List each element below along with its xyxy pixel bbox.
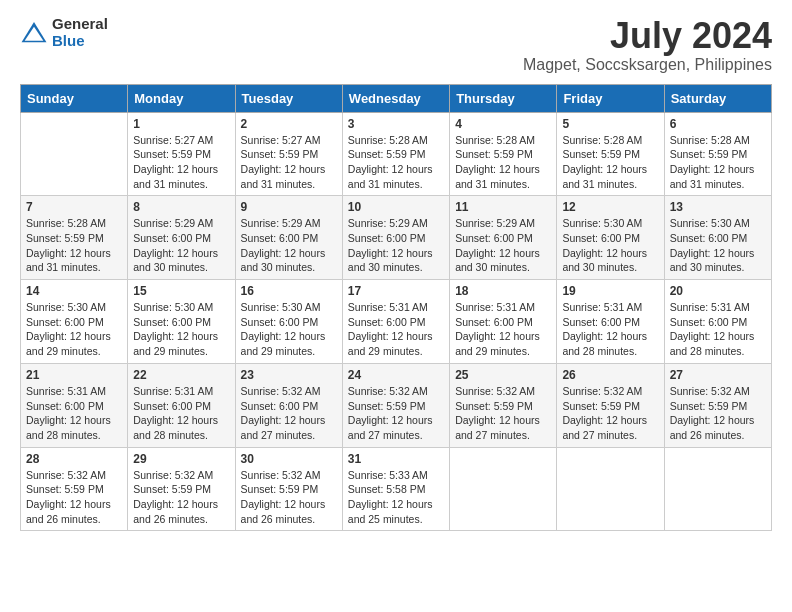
day-info: Sunrise: 5:31 AMSunset: 6:00 PMDaylight:… — [348, 300, 444, 359]
sunrise-text: Sunrise: 5:29 AM — [133, 216, 229, 231]
sunset-text: Sunset: 5:59 PM — [562, 147, 658, 162]
sunset-text: Sunset: 6:00 PM — [348, 231, 444, 246]
weekday-header-saturday: Saturday — [664, 84, 771, 112]
sunset-text: Sunset: 5:59 PM — [26, 482, 122, 497]
daylight-text: Daylight: 12 hours and 28 minutes. — [670, 329, 766, 358]
day-cell: 20Sunrise: 5:31 AMSunset: 6:00 PMDayligh… — [664, 280, 771, 364]
day-info: Sunrise: 5:32 AMSunset: 5:59 PMDaylight:… — [562, 384, 658, 443]
sunset-text: Sunset: 6:00 PM — [241, 399, 337, 414]
day-info: Sunrise: 5:32 AMSunset: 5:59 PMDaylight:… — [133, 468, 229, 527]
day-number: 17 — [348, 284, 444, 298]
day-cell — [557, 447, 664, 531]
day-number: 18 — [455, 284, 551, 298]
sunrise-text: Sunrise: 5:29 AM — [241, 216, 337, 231]
sunrise-text: Sunrise: 5:31 AM — [26, 384, 122, 399]
day-info: Sunrise: 5:29 AMSunset: 6:00 PMDaylight:… — [348, 216, 444, 275]
day-number: 10 — [348, 200, 444, 214]
daylight-text: Daylight: 12 hours and 31 minutes. — [348, 162, 444, 191]
sunset-text: Sunset: 6:00 PM — [455, 231, 551, 246]
day-number: 14 — [26, 284, 122, 298]
daylight-text: Daylight: 12 hours and 30 minutes. — [670, 246, 766, 275]
daylight-text: Daylight: 12 hours and 30 minutes. — [348, 246, 444, 275]
sunset-text: Sunset: 5:59 PM — [133, 147, 229, 162]
day-number: 11 — [455, 200, 551, 214]
day-cell: 12Sunrise: 5:30 AMSunset: 6:00 PMDayligh… — [557, 196, 664, 280]
day-cell: 29Sunrise: 5:32 AMSunset: 5:59 PMDayligh… — [128, 447, 235, 531]
day-cell — [664, 447, 771, 531]
day-number: 5 — [562, 117, 658, 131]
weekday-header-tuesday: Tuesday — [235, 84, 342, 112]
day-number: 31 — [348, 452, 444, 466]
daylight-text: Daylight: 12 hours and 31 minutes. — [133, 162, 229, 191]
week-row-2: 14Sunrise: 5:30 AMSunset: 6:00 PMDayligh… — [21, 280, 772, 364]
weekday-header-wednesday: Wednesday — [342, 84, 449, 112]
logo: General Blue — [20, 16, 108, 49]
day-info: Sunrise: 5:32 AMSunset: 5:59 PMDaylight:… — [670, 384, 766, 443]
weekday-header-sunday: Sunday — [21, 84, 128, 112]
day-number: 20 — [670, 284, 766, 298]
sunrise-text: Sunrise: 5:31 AM — [348, 300, 444, 315]
day-info: Sunrise: 5:32 AMSunset: 5:59 PMDaylight:… — [455, 384, 551, 443]
day-info: Sunrise: 5:30 AMSunset: 6:00 PMDaylight:… — [562, 216, 658, 275]
sunrise-text: Sunrise: 5:29 AM — [348, 216, 444, 231]
day-cell: 9Sunrise: 5:29 AMSunset: 6:00 PMDaylight… — [235, 196, 342, 280]
daylight-text: Daylight: 12 hours and 27 minutes. — [455, 413, 551, 442]
title-area: July 2024 Magpet, Soccsksargen, Philippi… — [523, 16, 772, 74]
day-info: Sunrise: 5:30 AMSunset: 6:00 PMDaylight:… — [670, 216, 766, 275]
day-info: Sunrise: 5:31 AMSunset: 6:00 PMDaylight:… — [670, 300, 766, 359]
logo-blue: Blue — [52, 33, 108, 50]
day-cell: 4Sunrise: 5:28 AMSunset: 5:59 PMDaylight… — [450, 112, 557, 196]
sunset-text: Sunset: 6:00 PM — [133, 315, 229, 330]
day-cell: 31Sunrise: 5:33 AMSunset: 5:58 PMDayligh… — [342, 447, 449, 531]
daylight-text: Daylight: 12 hours and 31 minutes. — [26, 246, 122, 275]
sunset-text: Sunset: 5:59 PM — [348, 399, 444, 414]
day-number: 27 — [670, 368, 766, 382]
day-number: 3 — [348, 117, 444, 131]
day-number: 15 — [133, 284, 229, 298]
day-cell: 11Sunrise: 5:29 AMSunset: 6:00 PMDayligh… — [450, 196, 557, 280]
day-info: Sunrise: 5:32 AMSunset: 5:59 PMDaylight:… — [348, 384, 444, 443]
daylight-text: Daylight: 12 hours and 31 minutes. — [241, 162, 337, 191]
day-cell: 18Sunrise: 5:31 AMSunset: 6:00 PMDayligh… — [450, 280, 557, 364]
sunset-text: Sunset: 5:59 PM — [26, 231, 122, 246]
sunset-text: Sunset: 6:00 PM — [241, 231, 337, 246]
day-cell: 23Sunrise: 5:32 AMSunset: 6:00 PMDayligh… — [235, 363, 342, 447]
sunset-text: Sunset: 6:00 PM — [26, 315, 122, 330]
daylight-text: Daylight: 12 hours and 28 minutes. — [26, 413, 122, 442]
day-info: Sunrise: 5:29 AMSunset: 6:00 PMDaylight:… — [241, 216, 337, 275]
sunrise-text: Sunrise: 5:28 AM — [670, 133, 766, 148]
day-info: Sunrise: 5:31 AMSunset: 6:00 PMDaylight:… — [133, 384, 229, 443]
header: General Blue July 2024 Magpet, Soccsksar… — [20, 16, 772, 74]
day-cell: 6Sunrise: 5:28 AMSunset: 5:59 PMDaylight… — [664, 112, 771, 196]
sunrise-text: Sunrise: 5:30 AM — [26, 300, 122, 315]
sunset-text: Sunset: 5:59 PM — [241, 482, 337, 497]
sunrise-text: Sunrise: 5:30 AM — [562, 216, 658, 231]
weekday-header-monday: Monday — [128, 84, 235, 112]
day-cell: 24Sunrise: 5:32 AMSunset: 5:59 PMDayligh… — [342, 363, 449, 447]
week-row-0: 1Sunrise: 5:27 AMSunset: 5:59 PMDaylight… — [21, 112, 772, 196]
sunset-text: Sunset: 5:59 PM — [348, 147, 444, 162]
day-cell: 16Sunrise: 5:30 AMSunset: 6:00 PMDayligh… — [235, 280, 342, 364]
day-info: Sunrise: 5:31 AMSunset: 6:00 PMDaylight:… — [26, 384, 122, 443]
daylight-text: Daylight: 12 hours and 31 minutes. — [670, 162, 766, 191]
daylight-text: Daylight: 12 hours and 31 minutes. — [562, 162, 658, 191]
day-info: Sunrise: 5:28 AMSunset: 5:59 PMDaylight:… — [26, 216, 122, 275]
sunrise-text: Sunrise: 5:31 AM — [670, 300, 766, 315]
sunrise-text: Sunrise: 5:32 AM — [241, 468, 337, 483]
sunset-text: Sunset: 5:59 PM — [455, 399, 551, 414]
sunrise-text: Sunrise: 5:29 AM — [455, 216, 551, 231]
sunset-text: Sunset: 6:00 PM — [562, 315, 658, 330]
sunset-text: Sunset: 6:00 PM — [670, 315, 766, 330]
day-cell: 14Sunrise: 5:30 AMSunset: 6:00 PMDayligh… — [21, 280, 128, 364]
daylight-text: Daylight: 12 hours and 29 minutes. — [455, 329, 551, 358]
weekday-header-thursday: Thursday — [450, 84, 557, 112]
logo-general: General — [52, 16, 108, 33]
day-info: Sunrise: 5:28 AMSunset: 5:59 PMDaylight:… — [670, 133, 766, 192]
sunset-text: Sunset: 6:00 PM — [670, 231, 766, 246]
daylight-text: Daylight: 12 hours and 29 minutes. — [133, 329, 229, 358]
month-title: July 2024 — [523, 16, 772, 56]
day-info: Sunrise: 5:28 AMSunset: 5:59 PMDaylight:… — [348, 133, 444, 192]
day-info: Sunrise: 5:29 AMSunset: 6:00 PMDaylight:… — [455, 216, 551, 275]
sunset-text: Sunset: 5:59 PM — [241, 147, 337, 162]
sunrise-text: Sunrise: 5:28 AM — [26, 216, 122, 231]
